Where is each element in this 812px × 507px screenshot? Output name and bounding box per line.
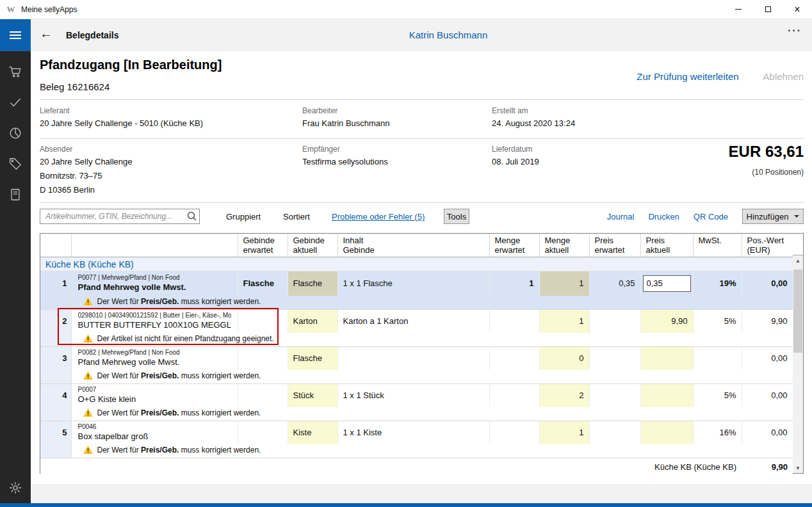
tools-button[interactable]: Tools xyxy=(444,209,469,224)
absender-line1: 20 Jahre Selly Challenge xyxy=(40,157,133,166)
scrollbar-thumb[interactable] xyxy=(793,270,802,353)
more-menu-button[interactable]: ··· xyxy=(788,25,802,36)
column-header-pos-wert[interactable]: Pos.-Wert(EUR) xyxy=(742,234,793,257)
preis-aktuell-cell[interactable] xyxy=(640,347,693,370)
back-button[interactable]: ← xyxy=(40,26,53,41)
column-header-gebinde-aktuell[interactable]: Gebindeaktuell xyxy=(288,234,337,257)
minimize-icon xyxy=(735,9,742,10)
article-meta: P0046 xyxy=(78,423,231,431)
column-header-inhalt-gebinde[interactable]: InhaltGebinde xyxy=(337,234,489,257)
absender-line2: Bornitzstr. 73–75 xyxy=(40,171,102,181)
absender-label: Absender xyxy=(40,145,72,154)
article-name: Pfand Mehrweg volle Mwst. xyxy=(78,282,231,293)
menge-aktuell-cell[interactable]: 1 xyxy=(539,271,589,296)
warning-message: Der Artikel ist nicht für einen Pfandzug… xyxy=(71,333,793,347)
preis-aktuell-cell[interactable] xyxy=(640,384,693,407)
preis-erwartet-cell xyxy=(589,384,640,407)
reject-button[interactable]: Ablehnen xyxy=(763,71,804,82)
preis-aktuell-input[interactable] xyxy=(643,275,691,292)
scrollbar-corner xyxy=(793,234,803,255)
menge-erwartet-cell: 1 xyxy=(489,271,539,296)
article-meta: P0077 | Mehrweg/Pfand | Non Food xyxy=(78,274,231,282)
inhalt-gebinde-cell: Karton a 1 Karton xyxy=(337,310,489,333)
forward-for-review-button[interactable]: Zur Prüfung weiterleiten xyxy=(637,71,738,82)
gebinde-aktuell-cell[interactable]: Stück xyxy=(288,384,337,407)
warning-icon xyxy=(83,334,93,344)
preis-aktuell-cell[interactable] xyxy=(640,421,693,444)
drucken-link[interactable]: Drucken xyxy=(648,212,679,221)
hamburger-menu-button[interactable] xyxy=(0,19,31,51)
hinzufuegen-label: Hinzufügen xyxy=(747,212,789,221)
chevron-down-icon xyxy=(794,215,799,218)
column-header-mwst[interactable]: MwSt. xyxy=(693,234,742,257)
gebinde-aktuell-cell[interactable]: Kiste xyxy=(288,421,337,444)
article-cell[interactable]: P0082 | Mehrweg/Pfand | Non Food Pfand M… xyxy=(71,347,238,370)
column-header-preis-erwartet[interactable]: Preiserwartet xyxy=(589,234,640,257)
sortiert-toggle[interactable]: Sortiert xyxy=(283,212,310,221)
maximize-button[interactable] xyxy=(753,0,783,19)
warning-icon xyxy=(83,371,93,382)
table-row: 2 0298010 | 04034900121592 | Butter | Ei… xyxy=(40,310,793,333)
sidebar-item-orders[interactable] xyxy=(0,56,31,87)
menge-aktuell-cell[interactable]: 2 xyxy=(539,384,589,407)
hinzufuegen-button[interactable]: Hinzufügen xyxy=(742,209,804,224)
preis-aktuell-cell[interactable]: 9,90 xyxy=(640,310,693,333)
vertical-scrollbar[interactable]: ▲ ▼ xyxy=(793,255,803,473)
search-icon[interactable] xyxy=(187,211,197,223)
accent-bottom-bar xyxy=(0,503,812,507)
sidebar-item-prices[interactable] xyxy=(0,149,31,179)
scroll-down-button[interactable]: ▼ xyxy=(793,463,803,473)
gebinde-aktuell-cell[interactable]: Karton xyxy=(288,310,337,333)
gebinde-aktuell-cell[interactable]: Flasche xyxy=(288,271,337,296)
scroll-up-button[interactable]: ▲ xyxy=(793,255,803,266)
row-number[interactable]: 2 xyxy=(40,310,71,333)
menge-aktuell-cell[interactable]: 1 xyxy=(539,310,589,333)
qr-code-link[interactable]: QR Code xyxy=(694,212,728,221)
column-header-article[interactable] xyxy=(71,234,238,257)
article-meta: P0082 | Mehrweg/Pfand | Non Food xyxy=(78,349,231,357)
search-input[interactable] xyxy=(40,209,200,224)
row-number[interactable]: 5 xyxy=(40,421,71,444)
menge-aktuell-cell[interactable]: 0 xyxy=(539,347,589,370)
column-header-menge-erwartet[interactable]: Mengeerwartet xyxy=(489,234,539,257)
article-cell[interactable]: P0046 Box stapelbar groß xyxy=(71,421,238,444)
column-header-num[interactable] xyxy=(40,234,71,257)
preis-erwartet-cell xyxy=(589,347,640,370)
sidebar-item-statistics[interactable] xyxy=(0,118,31,149)
article-cell[interactable]: 0298010 | 04034900121592 | Butter | Eier… xyxy=(71,310,238,333)
row-number[interactable]: 3 xyxy=(40,347,71,370)
column-header-gebinde-erwartet[interactable]: Gebindeerwartet xyxy=(238,234,288,257)
warning-row: Der Wert für Preis/Geb. muss korrigiert … xyxy=(40,370,793,384)
column-header-preis-aktuell[interactable]: Preisaktuell xyxy=(640,234,693,257)
pos-wert-cell: 0,00 xyxy=(742,347,793,370)
row-number[interactable]: 1 xyxy=(40,271,71,296)
gebinde-erwartet-cell xyxy=(238,347,288,370)
empfaenger-label: Empfänger xyxy=(302,145,340,154)
journal-link[interactable]: Journal xyxy=(607,212,635,221)
positions-table: Gebindeerwartet Gebindeaktuell InhaltGeb… xyxy=(40,233,804,474)
row-number[interactable]: 4 xyxy=(40,384,71,407)
gebinde-erwartet-cell: Flasche xyxy=(238,271,288,296)
price-tag-icon xyxy=(8,157,22,171)
erstellt-value: 24. August 2020 13:24 xyxy=(492,118,575,128)
minimize-button[interactable] xyxy=(724,0,753,19)
mwst-cell: 19% xyxy=(693,271,742,296)
article-cell[interactable]: P0007 O+G Kiste klein xyxy=(71,384,238,407)
sidebar-item-journal[interactable] xyxy=(0,179,31,210)
menge-aktuell-cell[interactable]: 1 xyxy=(539,421,589,444)
user-name[interactable]: Katrin Buschmann xyxy=(409,29,488,40)
settings-button[interactable] xyxy=(0,475,31,501)
gebinde-erwartet-cell xyxy=(238,421,288,444)
gruppiert-toggle[interactable]: Gruppiert xyxy=(226,212,261,221)
problems-errors-link[interactable]: Probleme oder Fehler (5) xyxy=(332,212,425,221)
article-cell[interactable]: P0077 | Mehrweg/Pfand | Non Food Pfand M… xyxy=(71,271,238,296)
sidebar-item-approvals[interactable] xyxy=(0,87,31,118)
column-header-menge-aktuell[interactable]: Mengeaktuell xyxy=(539,234,589,257)
warning-icon xyxy=(83,297,93,307)
gebinde-aktuell-cell[interactable]: Flasche xyxy=(288,347,337,370)
pos-wert-cell: 9,90 xyxy=(742,310,793,333)
close-button[interactable]: × xyxy=(783,0,812,19)
group-header-label: Küche KB (Küche KB) xyxy=(40,257,793,271)
warning-message: Der Wert für Preis/Geb. muss korrigiert … xyxy=(71,444,793,458)
warning-message: Der Wert für Preis/Geb. muss korrigiert … xyxy=(71,407,793,421)
